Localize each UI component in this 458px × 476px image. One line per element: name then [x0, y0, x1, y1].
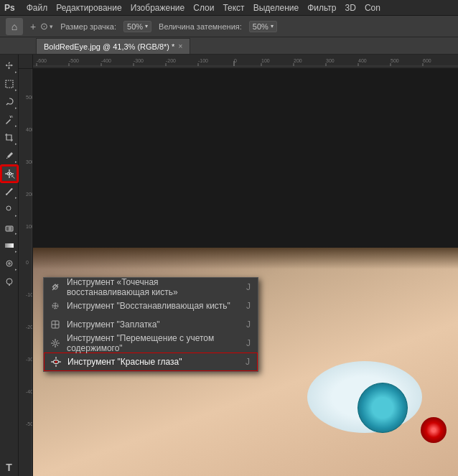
- eye-white: [307, 361, 422, 433]
- svg-point-17: [6, 279, 12, 284]
- eye-area: [293, 347, 436, 462]
- ctx-content-aware-item[interactable]: Инструмент "Перемещение с учетом содержи…: [44, 334, 258, 353]
- ctx-healing-brush-item[interactable]: Инструмент "Восстанавливающая кисть" J: [44, 297, 258, 315]
- tool-arrow12: ▸: [15, 267, 17, 271]
- svg-text:200: 200: [26, 192, 33, 197]
- svg-text:-400: -400: [26, 389, 33, 394]
- magic-wand-button[interactable]: ▸: [1, 111, 18, 129]
- darken-label: Величина затемнения:: [159, 22, 242, 31]
- svg-text:300: 300: [26, 159, 33, 164]
- add-tool-icon[interactable]: +: [30, 21, 36, 32]
- ctx-patch-item[interactable]: Инструмент "Заплатка" J: [44, 315, 258, 334]
- main-area: ▸ ▸ ▸ ▸ ▸ ▸: [0, 55, 458, 476]
- svg-text:300: 300: [326, 58, 335, 63]
- svg-text:-500: -500: [26, 421, 33, 426]
- svg-text:-100: -100: [26, 292, 33, 297]
- options-bar: ⌂ + ⊙ ▾ Размер зрачка: 50% ▾ Величина за…: [0, 16, 458, 37]
- svg-text:100: 100: [26, 224, 33, 229]
- svg-text:-300: -300: [26, 357, 33, 362]
- darken-dropdown[interactable]: 50% ▾: [249, 21, 277, 32]
- marquee-tool-button[interactable]: ▸: [1, 75, 18, 93]
- tool-arrow8: ▸: [15, 195, 17, 200]
- vertical-ruler: 500 400 300 200 100 0 -100 -200 -300 -40…: [19, 69, 33, 476]
- ctx-patch-shortcut: J: [246, 319, 251, 330]
- svg-text:-100: -100: [198, 58, 208, 63]
- home-button[interactable]: ⌂: [6, 18, 23, 35]
- content-aware-icon: [50, 337, 61, 349]
- gradient-tool-button[interactable]: ▸: [1, 237, 18, 254]
- chevron-down-icon[interactable]: ▾: [50, 23, 53, 30]
- ctx-healing-brush-shortcut: J: [246, 301, 251, 311]
- eye-iris: [357, 383, 408, 433]
- tab-bar: BoldRedEye.jpg @ 41,3% (RGB/8*) * ×: [0, 37, 458, 55]
- blur-tool-button[interactable]: ▸: [1, 255, 18, 272]
- ctx-red-eye-label: Инструмент "Красные глаза": [67, 357, 240, 367]
- svg-rect-0: [6, 80, 13, 88]
- image-top-region: [33, 69, 458, 252]
- crop-tool-button[interactable]: ▸: [1, 129, 18, 146]
- menu-item-file[interactable]: Файл: [27, 3, 48, 13]
- svg-rect-13: [9, 226, 11, 231]
- tool-arrow4: ▸: [15, 123, 17, 128]
- ctx-healing-brush-label: Инструмент "Восстанавливающая кисть": [67, 301, 240, 311]
- stamp-tool-button[interactable]: ▸: [1, 201, 18, 218]
- svg-text:0: 0: [234, 58, 237, 63]
- svg-text:600: 600: [423, 58, 431, 63]
- lasso-tool-button[interactable]: ▸: [1, 93, 18, 111]
- svg-text:500: 500: [391, 58, 399, 63]
- pupil-size-arrow: ▾: [145, 23, 148, 29]
- healing-tool-button[interactable]: ↖: [1, 165, 18, 182]
- ruler-h-svg: -600 -500 -400 -300 -200 -100 0 100: [33, 55, 458, 67]
- svg-point-64: [54, 342, 57, 345]
- ctx-red-eye-shortcut: J: [246, 357, 250, 367]
- healing-brush-icon: [50, 300, 61, 312]
- svg-text:-200: -200: [26, 325, 33, 330]
- type-tool-button[interactable]: T: [1, 459, 18, 476]
- svg-rect-14: [5, 243, 14, 248]
- tab-close-button[interactable]: ×: [178, 42, 182, 50]
- canvas-content[interactable]: [33, 69, 458, 476]
- ctx-spot-healing-shortcut: J: [246, 282, 251, 292]
- menu-item-image[interactable]: Изображение: [131, 3, 185, 13]
- ctx-content-aware-shortcut: J: [246, 338, 251, 348]
- svg-point-1: [10, 116, 11, 118]
- pupil-size-label: Размер зрачка:: [60, 22, 116, 31]
- svg-point-16: [8, 262, 11, 265]
- darken-value: 50%: [253, 22, 268, 31]
- ruler-corner: [19, 55, 33, 69]
- tool-arrow9: ▸: [15, 213, 17, 218]
- pupil-size-dropdown[interactable]: 50% ▾: [123, 21, 151, 32]
- svg-text:0: 0: [26, 260, 29, 265]
- ctx-spot-healing-item[interactable]: Инструмент «Точечная восстанавливающая к…: [44, 278, 258, 297]
- menu-item-select[interactable]: Выделение: [253, 3, 299, 13]
- menu-item-edit[interactable]: Редактирование: [56, 3, 121, 13]
- hair-region: [33, 248, 458, 269]
- svg-point-70: [55, 361, 57, 363]
- dodge-tool-button[interactable]: [1, 273, 18, 290]
- tool-arrow3: ▸: [15, 106, 17, 110]
- eyedropper-button[interactable]: ▸: [1, 147, 18, 164]
- svg-text:-300: -300: [134, 58, 144, 63]
- tool-arrow: ▸: [15, 70, 17, 74]
- svg-text:-200: -200: [166, 58, 176, 63]
- menu-item-filter[interactable]: Фильтр: [307, 3, 336, 13]
- menu-item-con[interactable]: Con: [365, 3, 380, 13]
- tool-options-group: + ⊙ ▾: [30, 21, 53, 32]
- svg-point-11: [6, 206, 11, 210]
- eraser-tool-button[interactable]: ▸: [1, 219, 18, 236]
- move-tool-button[interactable]: ▸: [1, 57, 18, 75]
- menu-item-layers[interactable]: Слои: [193, 3, 214, 13]
- menu-item-text[interactable]: Текст: [223, 3, 244, 13]
- menu-item-3d[interactable]: 3D: [345, 3, 356, 13]
- canvas-area[interactable]: -600 -500 -400 -300 -200 -100 0 100: [19, 55, 458, 476]
- svg-text:400: 400: [358, 58, 367, 63]
- tool-eye-icon: ⊙: [40, 21, 48, 32]
- brush-tool-button[interactable]: ▸: [1, 183, 18, 200]
- document-tab[interactable]: BoldRedEye.jpg @ 41,3% (RGB/8*) * ×: [36, 38, 190, 54]
- patch-icon: [50, 319, 61, 330]
- ctx-content-aware-label: Инструмент "Перемещение с учетом содержи…: [67, 333, 240, 353]
- svg-text:400: 400: [26, 127, 33, 132]
- svg-text:100: 100: [261, 58, 270, 63]
- tool-arrow11: ▸: [15, 249, 17, 253]
- ctx-red-eye-item[interactable]: Инструмент "Красные глаза" J: [44, 353, 258, 371]
